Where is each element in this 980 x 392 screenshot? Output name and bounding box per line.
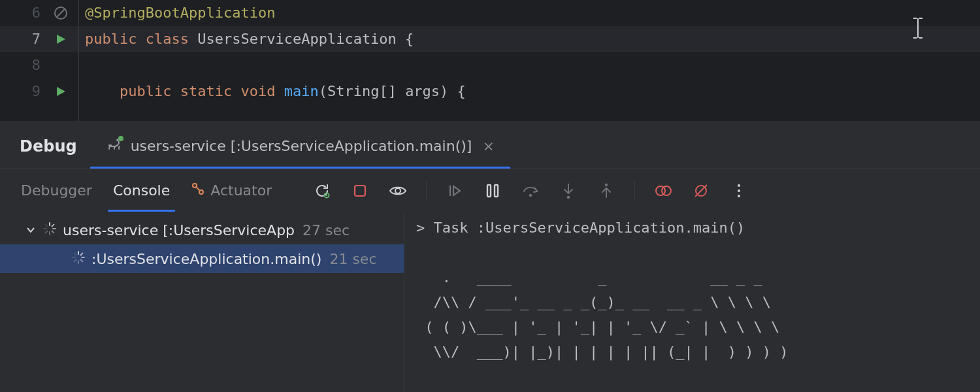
task-tree-root-time: 27 sec (301, 222, 350, 238)
code-editor[interactable]: 6@SpringBootApplication7public class Use… (0, 0, 980, 122)
svg-point-12 (568, 196, 569, 197)
no-entry-gutter-icon[interactable] (43, 6, 78, 20)
gradle-icon (106, 135, 124, 157)
task-tree-root-label: users-service [:UsersServiceApp (63, 222, 295, 238)
svg-point-20 (738, 195, 740, 197)
close-tab-button[interactable]: × (478, 138, 494, 154)
svg-line-28 (46, 224, 48, 226)
code-line[interactable]: 7public class UsersServiceApplication { (0, 26, 980, 52)
step-out-button[interactable] (596, 181, 616, 201)
code-line[interactable]: 9 public static void main(String[] args)… (0, 78, 980, 105)
code-content[interactable]: @SpringBootApplication (78, 0, 275, 26)
actuator-tab[interactable]: Actuator (189, 182, 273, 208)
line-number: 8 (0, 52, 43, 78)
task-tree-child-time: 21 sec (328, 251, 376, 267)
chevron-down-icon[interactable] (25, 225, 37, 235)
line-number: 9 (0, 78, 43, 105)
task-tree-child[interactable]: :UsersServiceApplication.main() 21 sec (0, 244, 404, 273)
code-line[interactable]: 8 (0, 52, 980, 78)
resume-button[interactable] (445, 181, 465, 201)
code-line[interactable]: 6@SpringBootApplication (0, 0, 980, 26)
more-actions-button[interactable] (729, 181, 749, 201)
show-watches-button[interactable] (388, 181, 408, 201)
svg-line-24 (52, 231, 54, 233)
pause-button[interactable] (483, 181, 502, 201)
svg-point-2 (118, 136, 123, 141)
svg-line-36 (74, 253, 76, 255)
step-over-button[interactable] (521, 181, 540, 201)
console-tab[interactable]: Console (112, 182, 171, 208)
task-tree[interactable]: users-service [:UsersServiceApp 27 sec :… (0, 212, 404, 392)
svg-point-8 (395, 188, 400, 193)
step-into-button[interactable] (559, 181, 578, 201)
debug-toolbar: Debugger Console Actuator (0, 169, 980, 212)
code-content[interactable]: public static void main(String[] args) { (78, 78, 466, 105)
svg-point-6 (326, 194, 327, 195)
spinner-icon (72, 251, 85, 267)
task-tree-root[interactable]: users-service [:UsersServiceApp 27 sec (0, 216, 404, 244)
debugger-tab[interactable]: Debugger (20, 182, 93, 208)
line-number: 6 (0, 0, 43, 26)
svg-line-30 (81, 253, 83, 255)
gutter[interactable]: 7 (0, 26, 78, 52)
text-cursor-icon (911, 17, 925, 48)
svg-point-11 (530, 194, 531, 195)
debug-panel-title: Debug (20, 137, 77, 169)
task-tree-child-label: :UsersServiceApplication.main() (91, 251, 321, 267)
spinner-icon (43, 222, 56, 238)
svg-point-15 (662, 186, 671, 195)
mute-breakpoints-button[interactable] (691, 181, 711, 201)
run-gutter-icon[interactable] (43, 86, 78, 97)
svg-line-32 (81, 259, 83, 261)
view-breakpoints-button[interactable] (653, 181, 673, 201)
svg-line-1 (57, 9, 65, 17)
gutter[interactable]: 9 (0, 78, 78, 105)
stop-button[interactable] (350, 181, 370, 201)
gutter[interactable]: 6 (0, 0, 78, 26)
svg-line-34 (74, 259, 76, 261)
svg-rect-7 (355, 186, 365, 196)
run-config-tab[interactable]: users-service [:UsersServiceApplication.… (97, 122, 504, 169)
rerun-button[interactable] (312, 181, 332, 201)
svg-point-18 (738, 184, 740, 187)
svg-line-26 (46, 231, 48, 233)
svg-point-13 (606, 184, 607, 185)
svg-point-19 (738, 189, 740, 192)
run-config-label: users-service [:UsersServiceApplication.… (131, 138, 472, 154)
run-gutter-icon[interactable] (43, 33, 78, 45)
console-output[interactable]: > Task :UsersServiceApplication.main() .… (404, 212, 980, 392)
svg-rect-10 (495, 185, 498, 197)
svg-line-22 (52, 224, 54, 226)
code-content[interactable]: public class UsersServiceApplication { (78, 26, 414, 52)
gutter[interactable]: 8 (0, 52, 78, 78)
svg-rect-9 (487, 185, 491, 197)
line-number: 7 (0, 26, 43, 52)
actuator-icon (191, 182, 205, 199)
actuator-label: Actuator (210, 182, 272, 199)
debug-panel-header: Debug users-service [:UsersServiceApplic… (0, 122, 980, 169)
